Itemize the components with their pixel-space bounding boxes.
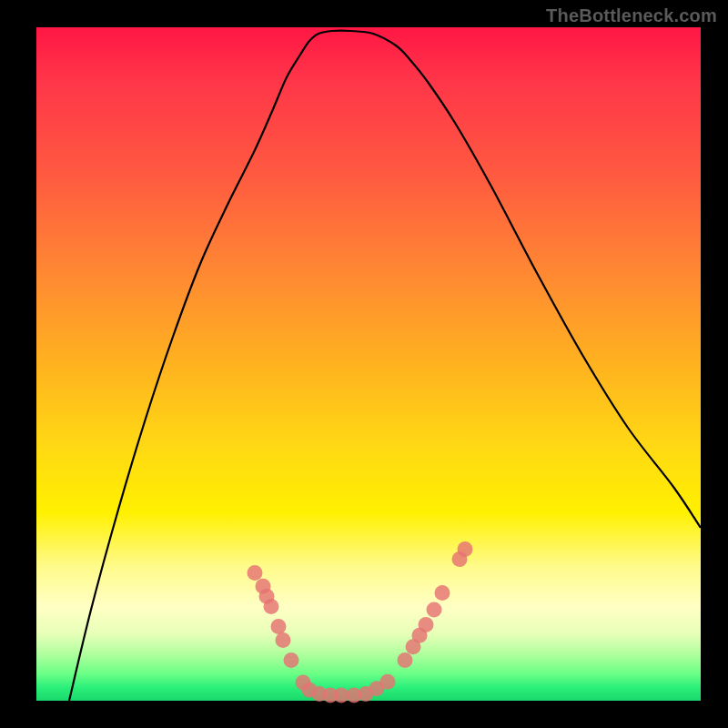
data-point: [264, 599, 279, 614]
data-point: [458, 541, 473, 557]
chart-frame: TheBottleneck.com: [0, 0, 728, 728]
data-point: [419, 617, 434, 632]
watermark-text: TheBottleneck.com: [546, 5, 717, 26]
data-point: [435, 585, 450, 601]
bottleneck-curve: [69, 31, 701, 701]
data-point: [380, 674, 396, 690]
data-markers: [248, 541, 473, 703]
data-point: [271, 619, 287, 634]
data-point: [427, 602, 442, 618]
data-point: [398, 652, 413, 668]
curve-svg: [36, 27, 701, 701]
data-point: [284, 652, 299, 668]
data-point: [276, 632, 291, 648]
plot-area: [36, 27, 701, 701]
data-point: [248, 565, 263, 581]
